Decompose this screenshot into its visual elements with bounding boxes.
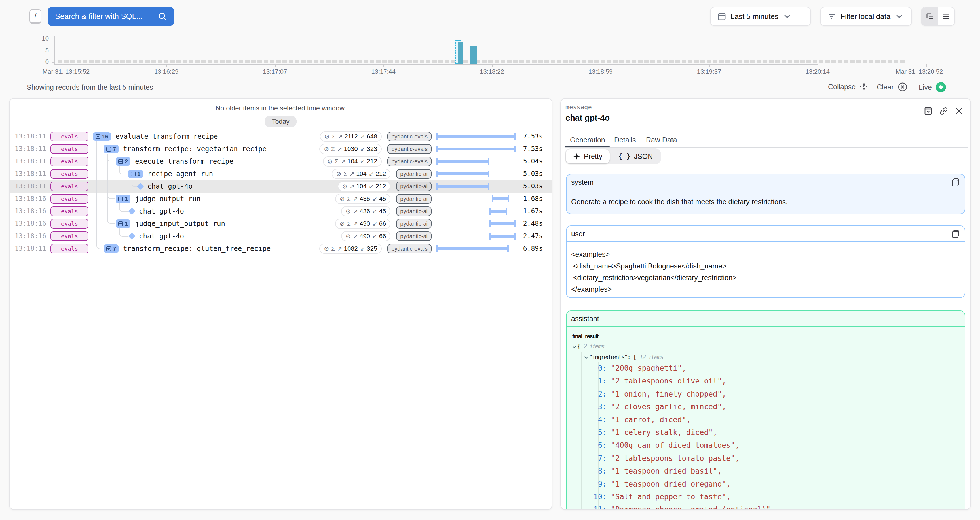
span-name[interactable]: chat gpt-4o (139, 207, 184, 215)
message-card-user: user <examples> <dish_name>Spaghetti Bol… (566, 225, 965, 298)
collapse-node-button[interactable]: 1 (128, 170, 143, 178)
trace-row[interactable]: 13:18:11evals2execute transform_recipe⊘Σ… (10, 155, 552, 168)
row-env-badge[interactable]: evals (51, 206, 89, 216)
token-usage-badge[interactable]: ⊘Σ↗ 490↙ 66 (335, 219, 390, 229)
row-tag[interactable]: pydantic-evals (387, 144, 431, 154)
live-button[interactable]: Live (919, 82, 946, 92)
span-name[interactable]: transform_recipe: vegetarian_recipe (123, 145, 267, 153)
x-axis-label: 13:17:44 (371, 68, 396, 75)
row-env-badge[interactable]: evals (51, 132, 89, 141)
row-timestamp: 13:18:11 (15, 145, 46, 152)
row-env-badge[interactable]: evals (51, 219, 89, 228)
span-name[interactable]: chat gpt-4o (148, 182, 192, 190)
row-timestamp: 13:18:16 (15, 207, 46, 215)
trace-row[interactable]: 13:18:16evals1judge_output run⊘Σ↗ 436↙ 4… (10, 193, 552, 205)
trace-row[interactable]: 13:18:16evals1judge_input_output run⊘Σ↗ … (10, 217, 552, 230)
expand-node-button[interactable]: 7 (104, 244, 119, 253)
row-tag[interactable]: pydantic-evals (387, 157, 431, 166)
trace-row[interactable]: 13:18:11evals7transform_recipe: gluten_f… (10, 243, 552, 255)
row-env-badge[interactable]: evals (51, 182, 89, 191)
json-root-line[interactable]: {2 items (566, 342, 771, 352)
json-ingredients-line[interactable]: "ingredients": [12 items (566, 352, 771, 362)
collapse-button[interactable]: Collapse (828, 82, 869, 91)
row-tag[interactable]: pydantic-evals (387, 244, 431, 254)
json-toggle-button[interactable]: { } JSON (611, 149, 660, 163)
search-input[interactable]: Search & filter with SQL... (48, 7, 174, 26)
row-tag[interactable]: pydantic-evals (387, 132, 431, 141)
row-tag[interactable]: pydantic-ai (396, 182, 431, 191)
trace-row[interactable]: 13:18:16evalschat gpt-4o⊘↗ 436↙ 45pydant… (10, 205, 552, 217)
trace-row[interactable]: 13:18:11evals7transform_recipe: vegetari… (10, 143, 552, 155)
copy-icon[interactable] (952, 178, 959, 186)
user-role-label: user (571, 230, 585, 238)
copy-icon[interactable] (952, 230, 959, 238)
token-usage-badge[interactable]: ⊘Σ↗ 1030↙ 323 (319, 144, 382, 154)
span-name[interactable]: evaluate transform_recipe (115, 133, 218, 141)
user-card-header: user (566, 226, 965, 242)
filter-local-data-dropdown[interactable]: Filter local data (820, 7, 912, 26)
activity-timeline-chart[interactable]: 1050 Mar 31. 13:15:5213:16:2913:17:0713:… (0, 30, 980, 77)
tab-generation[interactable]: Generation (570, 136, 605, 144)
row-tag[interactable]: pydantic-ai (396, 219, 431, 228)
slash-shortcut-key: / (30, 9, 41, 24)
row-tag[interactable]: pydantic-ai (396, 169, 431, 179)
trace-row[interactable]: 13:18:11evals16evaluate transform_recipe… (10, 130, 552, 143)
row-duration: 1.67s (503, 207, 543, 215)
row-timestamp: 13:18:16 (15, 220, 46, 227)
list-view-button[interactable] (938, 7, 955, 25)
copy-link-icon[interactable] (939, 106, 948, 116)
row-tag[interactable]: pydantic-ai (396, 231, 431, 241)
x-axis-label: 13:17:07 (263, 68, 287, 75)
token-usage-badge[interactable]: ⊘Σ↗ 104↙ 212 (332, 169, 390, 179)
trace-row[interactable]: 13:18:16evalschat gpt-4o⊘↗ 490↙ 66pydant… (10, 230, 552, 243)
span-name[interactable]: transform_recipe: gluten_free_recipe (123, 245, 270, 253)
row-duration: 7.53s (503, 133, 543, 140)
span-name[interactable]: judge_input_output run (135, 220, 225, 228)
token-usage-badge[interactable]: ⊘↗ 436↙ 45 (341, 206, 390, 216)
row-env-badge[interactable]: evals (51, 244, 89, 254)
tab-details[interactable]: Details (614, 136, 636, 144)
span-name[interactable]: judge_output run (135, 195, 200, 203)
collapse-node-button[interactable]: 7 (104, 145, 119, 153)
token-usage-badge[interactable]: ⊘Σ↗ 2112↙ 648 (320, 132, 382, 142)
span-name[interactable]: execute transform_recipe (135, 157, 233, 165)
exceptions-icon[interactable] (924, 106, 932, 116)
tree-connector-line (119, 203, 128, 212)
row-duration: 2.47s (503, 232, 543, 239)
sparkle-icon (573, 153, 581, 160)
collapse-node-button[interactable]: 2 (116, 157, 130, 166)
tab-raw-data[interactable]: Raw Data (646, 136, 677, 144)
collapse-node-button[interactable]: 16 (93, 132, 111, 141)
trace-row[interactable]: 13:18:11evals1recipe_agent run⊘Σ↗ 104↙ 2… (10, 168, 552, 180)
no-older-items-notice: No older items in the selected time wind… (10, 104, 552, 112)
token-usage-badge[interactable]: ⊘Σ↗ 104↙ 212 (323, 156, 382, 166)
row-duration: 7.53s (503, 145, 543, 152)
tree-view-button[interactable] (921, 7, 938, 25)
row-env-badge[interactable]: evals (51, 231, 89, 241)
trace-row[interactable]: 13:18:11evalschat gpt-4o⊘↗ 104↙ 212pydan… (10, 180, 552, 193)
span-name[interactable]: recipe_agent run (148, 170, 213, 178)
span-name[interactable]: chat gpt-4o (139, 232, 184, 240)
json-array-item: 1:"2 tablespoons olive oil", (566, 375, 771, 387)
token-usage-badge[interactable]: ⊘Σ↗ 436↙ 45 (335, 194, 390, 204)
x-axis-label: 13:18:22 (480, 68, 504, 75)
collapse-node-button[interactable]: 1 (116, 219, 130, 228)
row-env-badge[interactable]: evals (51, 157, 89, 166)
system-message-text: Generate a recipe to cook the dish that … (566, 190, 965, 213)
pretty-toggle-button[interactable]: Pretty (566, 149, 610, 163)
close-icon[interactable] (955, 107, 963, 115)
row-env-badge[interactable]: evals (51, 144, 89, 154)
token-usage-badge[interactable]: ⊘Σ↗ 1082↙ 325 (319, 244, 382, 254)
clear-button[interactable]: Clear (877, 82, 907, 92)
token-usage-badge[interactable]: ⊘↗ 104↙ 212 (338, 181, 390, 192)
row-timestamp: 13:18:11 (15, 133, 46, 140)
row-env-badge[interactable]: evals (51, 194, 89, 204)
token-usage-badge[interactable]: ⊘↗ 490↙ 66 (341, 231, 390, 241)
time-range-dropdown[interactable]: Last 5 minutes (710, 7, 811, 26)
collapse-node-button[interactable]: 1 (116, 195, 130, 203)
row-tag[interactable]: pydantic-ai (396, 206, 431, 216)
row-tag[interactable]: pydantic-ai (396, 194, 431, 204)
filter-icon (827, 12, 836, 21)
row-duration: 5.04s (503, 157, 543, 165)
row-env-badge[interactable]: evals (51, 169, 89, 179)
